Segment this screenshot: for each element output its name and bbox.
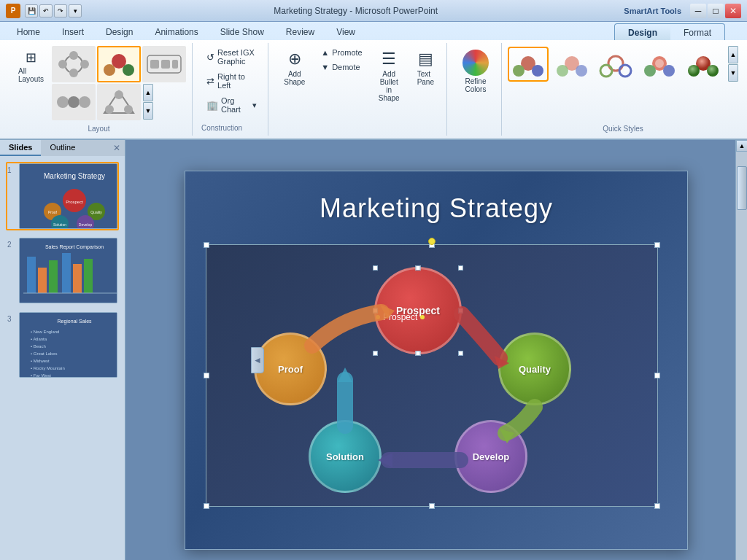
maximize-button[interactable]: □ (708, 4, 724, 18)
scroll-track[interactable] (736, 152, 747, 560)
style-thumb-3[interactable] (595, 47, 636, 82)
svg-text:• Great Lakes: • Great Lakes (31, 351, 57, 356)
undo-qa-btn[interactable]: ↶ (39, 4, 53, 18)
layout-scroll-down[interactable]: ▼ (143, 102, 153, 120)
add-bullet-button[interactable]: ☰ Add Bulletin Shape (372, 46, 406, 106)
slide-number-3: 3 (7, 315, 16, 323)
tab-slides[interactable]: Slides (0, 140, 41, 156)
svg-point-21 (532, 65, 543, 77)
style-scroll-down[interactable]: ▼ (728, 64, 738, 82)
org-chart-button[interactable]: 🏢 Org Chart ▾ (201, 94, 262, 116)
close-button[interactable]: ✕ (725, 4, 741, 18)
tab-insert[interactable]: Insert (51, 23, 95, 40)
style-thumb-2[interactable] (551, 47, 592, 82)
slides-panel-close[interactable]: ✕ (109, 140, 125, 156)
prospect-handle-tl[interactable] (373, 265, 378, 271)
ribbon-group-construction: ↺ Reset IGX Graphic ⇄ Right to Left 🏢 Or… (196, 43, 268, 136)
handle-tl[interactable] (204, 242, 209, 248)
demote-button[interactable]: ▼ Demote (316, 61, 367, 74)
slide-thumb-3[interactable]: 3 Regional Sales • New England • Atlanta… (6, 311, 119, 379)
svg-rect-49 (27, 257, 36, 293)
circle-proof[interactable]: Proof (254, 332, 327, 405)
svg-text:• New England: • New England (31, 330, 59, 334)
tab-outline[interactable]: Outline (41, 140, 84, 156)
slide-thumb-2[interactable]: 2 Sales Report Comparison (6, 236, 119, 305)
style-thumb-5[interactable] (683, 47, 724, 82)
tab-home[interactable]: Home (6, 23, 51, 40)
vertical-scrollbar[interactable]: ▲ ▼ (735, 140, 747, 560)
prospect-handle-bm[interactable] (416, 351, 421, 356)
ribbon: Home Insert Design Animations Slide Show… (0, 22, 747, 140)
circle-quality[interactable]: Quality (498, 332, 571, 405)
prospect-handle-br[interactable] (458, 351, 463, 356)
smartart-diagram[interactable]: Prospect Prospect (206, 244, 658, 507)
tab-review[interactable]: Review (275, 23, 325, 40)
save-qa-btn[interactable]: 💾 (25, 4, 38, 18)
handle-bm[interactable] (429, 503, 435, 509)
svg-rect-53 (73, 264, 82, 293)
slides-panel: Slides Outline ✕ 1 Marketing Strategy Pr… (0, 140, 125, 560)
svg-rect-11 (172, 60, 178, 69)
ribbon-group-quickstyles: ▲ ▼ Quick Styles (505, 43, 741, 136)
text-pane-button[interactable]: ▤ Text Pane (411, 46, 441, 90)
handle-bl[interactable] (204, 503, 209, 509)
style-thumb-4[interactable] (639, 47, 680, 82)
prospect-handle-tm[interactable] (416, 265, 421, 271)
refine-colors-button[interactable]: RefineColors (456, 46, 495, 97)
svg-point-29 (644, 65, 656, 77)
svg-text:Solution: Solution (53, 222, 66, 227)
ribbon-group-refine: RefineColors (450, 43, 502, 136)
panel-collapse-btn[interactable]: ◄ (251, 347, 264, 373)
style-thumb-1[interactable] (508, 47, 549, 82)
handle-mr[interactable] (654, 373, 660, 378)
tab-smartart-design[interactable]: Design (615, 26, 670, 40)
handle-ml[interactable] (204, 373, 209, 378)
rtl-icon: ⇄ (206, 76, 214, 87)
layout-thumb-2[interactable] (97, 46, 141, 82)
tab-smartart-format[interactable]: Format (670, 26, 724, 40)
canvas-area[interactable]: Marketing Strategy Prospect (125, 140, 747, 560)
dropdown-qa-btn[interactable]: ▾ (69, 4, 82, 18)
layout-thumb-5[interactable] (97, 84, 141, 120)
layout-scroll-up[interactable]: ▲ (143, 84, 153, 101)
svg-text:Sales Report Comparison: Sales Report Comparison (45, 244, 104, 250)
circle-solution[interactable]: Solution (309, 420, 382, 493)
label-dot (376, 315, 380, 319)
all-layouts-button[interactable]: ⊞ All Layouts (12, 46, 50, 87)
handle-tr[interactable] (654, 242, 660, 248)
svg-rect-52 (62, 253, 71, 293)
top-anchor[interactable] (428, 238, 436, 245)
layout-thumb-3[interactable] (142, 46, 186, 82)
svg-point-33 (688, 65, 700, 77)
svg-point-6 (104, 64, 115, 76)
svg-point-1 (58, 60, 67, 69)
circle-develop[interactable]: Develop (454, 420, 527, 493)
minimize-button[interactable]: ─ (690, 4, 706, 18)
slide-preview-2: Sales Report Comparison (19, 238, 117, 303)
layout-thumb-1[interactable] (52, 46, 96, 82)
layout-thumb-4[interactable] (52, 84, 96, 120)
tab-animations[interactable]: Animations (144, 23, 209, 40)
redo-qa-btn[interactable]: ↷ (54, 4, 67, 18)
tab-slideshow[interactable]: Slide Show (209, 23, 275, 40)
prospect-handle-mr[interactable] (458, 308, 463, 314)
right-to-left-button[interactable]: ⇄ Right to Left (201, 70, 262, 92)
svg-point-13 (68, 96, 80, 108)
slide-thumb-1[interactable]: 1 Marketing Strategy Prospect Proof Qual… (6, 162, 119, 230)
svg-point-18 (124, 105, 133, 114)
reset-igx-button[interactable]: ↺ Reset IGX Graphic (201, 46, 262, 68)
svg-point-30 (663, 65, 675, 77)
reset-icon: ↺ (206, 52, 214, 63)
add-shape-button[interactable]: ⊕ AddShape (277, 46, 311, 90)
circle-prospect[interactable]: Prospect (374, 267, 462, 354)
scroll-up-btn[interactable]: ▲ (736, 140, 747, 152)
prospect-handle-tr[interactable] (458, 265, 463, 271)
handle-br[interactable] (654, 503, 660, 509)
promote-button[interactable]: ▲ Promote (316, 46, 367, 59)
tab-design[interactable]: Design (95, 23, 144, 40)
prospect-handle-bl[interactable] (373, 351, 378, 356)
svg-point-34 (707, 65, 719, 77)
tab-view[interactable]: View (325, 23, 366, 40)
scroll-thumb[interactable] (737, 166, 747, 210)
style-scroll-up[interactable]: ▲ (728, 46, 738, 63)
